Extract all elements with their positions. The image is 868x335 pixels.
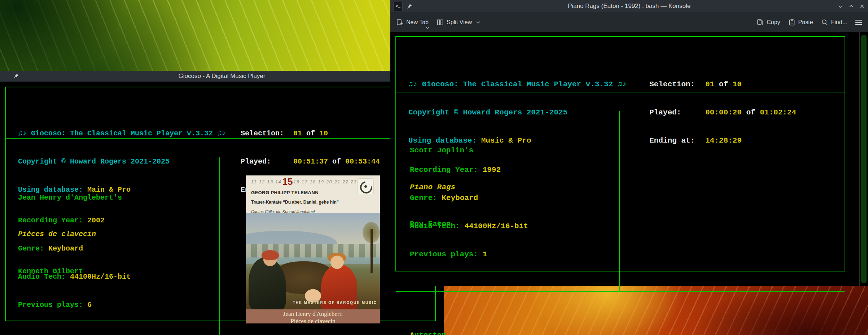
album-series-text: THE MASTERS OF BAROQUE MUSIC [293,298,377,308]
recording-meta: Recording Year: 2002 Genre: Keyboard Aud… [18,197,131,329]
maximize-button[interactable] [848,3,854,9]
meta-row: Audio Tech: 44100Hz/16-bit [18,272,131,282]
new-tab-button[interactable]: New Tab [396,19,429,26]
menu-item-autostop[interactable]: Autostop [410,327,446,335]
paste-icon [788,19,795,26]
harmonia-mundi-logo [358,179,373,195]
banner-line: ♫♪ Giocoso: The Classical Music Player v… [408,80,627,89]
giocoso-header: ♫♪ Giocoso: The Classical Music Player v… [396,56,845,92]
konsole-toolbar: New Tab Split View Copy Paste Find... [390,12,868,32]
album-art-panel-empty [620,111,845,291]
chevron-down-icon [476,21,481,24]
album-painting: harmoniamundi THE MASTERS OF BAROQUE MUS… [246,213,380,309]
copy-icon [757,19,764,26]
konsole-window: >_ Piano Rags (Eaton - 1992) : bash — Ko… [390,0,868,286]
now-playing-panel: Jean Henry d'Anglebert's Pièces de clave… [6,157,220,335]
status-row-selection: Selection:01 of 10 [241,129,380,138]
scrollbar-track [859,32,868,286]
meta-row: Genre: Keyboard [410,193,528,203]
meta-row: Recording Year: 1992 [410,165,528,175]
window-title: Giocoso - A Digital Music Player [0,73,444,80]
pin-icon[interactable] [406,3,412,9]
window-title: Piano Rags (Eaton - 1992) : bash — Konso… [390,3,868,10]
giocoso-window: Giocoso - A Digital Music Player ♫♪ Gioc… [0,71,444,335]
minimize-button[interactable] [837,3,843,9]
meta-row: Previous plays: 1 [410,250,528,259]
album-art: 11 12 13 141516 17 18 19 20 21 22 23 24 … [246,175,380,323]
album-caption: Jean Henry d'Anglebert: Pièces de clavec… [246,309,380,323]
copy-button[interactable]: Copy [757,19,780,26]
konsole-titlebar[interactable]: >_ Piano Rags (Eaton - 1992) : bash — Ko… [390,0,868,12]
hamburger-menu-button[interactable] [855,19,862,25]
meta-row: Previous plays: 6 [18,300,131,310]
find-button[interactable]: Find... [821,19,847,26]
meta-row: Audio Tech: 44100Hz/16-bit [410,222,528,231]
search-icon [821,19,828,26]
recording-meta: Recording Year: 1992 Genre: Keyboard Aud… [410,147,528,278]
split-view-button[interactable]: Split View [437,19,481,26]
now-playing-panel: Scott Joplin's Piano Rags Roy Eaton Reco… [396,111,620,291]
status-row-selection: Selection:01 of 10 [649,80,796,89]
konsole-app-icon: >_ [393,2,403,11]
pin-icon[interactable] [13,73,19,79]
giocoso-content: Scott Joplin's Piano Rags Roy Eaton Reco… [396,111,845,292]
meta-row: Recording Year: 2002 [18,216,131,225]
meta-row: Genre: Keyboard [18,244,131,253]
giocoso-frame: ♫♪ Giocoso: The Classical Music Player v… [395,36,845,271]
album-work1: Trauer-Kantate “Du aber, Daniel, gehe hi… [251,197,380,207]
giocoso-terminal[interactable]: ♫♪ Giocoso: The Classical Music Player v… [0,82,444,335]
chevron-down-icon [426,27,429,29]
giocoso-content: Jean Henry d'Anglebert's Pièces de clave… [6,157,435,335]
giocoso-header: ♫♪ Giocoso: The Classical Music Player v… [6,106,435,139]
scrollbar-thumb[interactable] [861,35,867,283]
split-view-icon [437,19,444,26]
hamburger-icon [855,19,862,25]
banner-line: ♫♪ Giocoso: The Classical Music Player v… [18,129,226,138]
paste-button[interactable]: Paste [788,19,813,26]
album-credits: GEORG PHILIPP TELEMANN Trauer-Kantate “D… [246,188,380,213]
konsole-terminal[interactable]: ♫♪ Giocoso: The Classical Music Player v… [390,32,868,286]
close-button[interactable] [859,3,865,9]
giocoso-frame: ♫♪ Giocoso: The Classical Music Player v… [5,87,436,321]
new-tab-icon [396,19,403,26]
giocoso-menu-bar: Autostop Terminate Pause/Resume Skip Rep… [396,310,845,327]
giocoso-titlebar[interactable]: Giocoso - A Digital Music Player [0,71,444,82]
